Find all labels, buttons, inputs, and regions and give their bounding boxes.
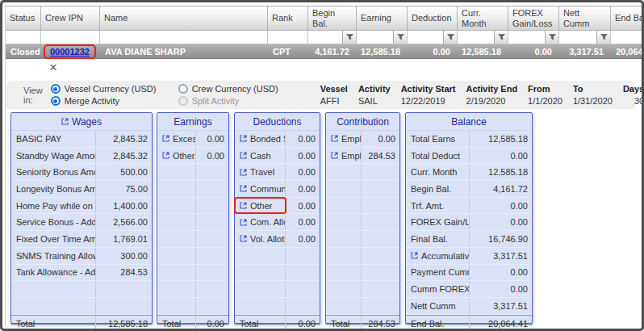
funnel-icon <box>600 34 608 40</box>
radio-merge-activity[interactable]: Merge Activity <box>51 96 178 106</box>
deduction-value: 0.00 <box>286 164 320 180</box>
panel-deductions-title: Deductions <box>235 113 320 131</box>
external-link-icon[interactable] <box>240 235 247 242</box>
balance-row: Total Deduct0.00 <box>406 148 532 165</box>
deduction-value: 0.00 <box>286 181 320 197</box>
info-activity: ActivitySAIL <box>358 84 391 106</box>
balance-row: Payment Cumm0.00 <box>406 265 532 282</box>
col-header-crew-ipn[interactable]: Crew IPN <box>41 6 100 31</box>
earning-value: 0.00 <box>196 131 228 147</box>
filter-funnel-button[interactable] <box>494 31 508 44</box>
filter-funnel-button[interactable] <box>545 31 558 44</box>
deduction-label[interactable]: Bonded Stores <box>235 131 286 147</box>
filter-input-crew-ipn[interactable] <box>41 31 99 44</box>
deduction-row: Cash0.00 <box>235 148 320 165</box>
funnel-icon <box>447 34 454 40</box>
deduction-label[interactable]: Travel <box>235 164 286 180</box>
external-link-icon[interactable] <box>331 152 338 159</box>
filter-input-curr-month[interactable] <box>458 31 494 44</box>
wage-row: Service Bonus - Add2,566.00 <box>11 214 152 231</box>
panel-total-row: Total0.00 <box>157 315 228 331</box>
info-value: 12/22/2019 <box>401 96 456 106</box>
earning-label-text: Excess OT <box>173 134 196 144</box>
external-link-icon[interactable] <box>240 169 247 176</box>
wage-row: Fixed Over Time Amount1,769.01 <box>11 231 152 248</box>
col-header-name[interactable]: Name <box>100 6 268 31</box>
funnel-icon <box>549 34 556 40</box>
filter-cell-curr-month <box>458 31 508 44</box>
external-link-icon[interactable] <box>240 219 247 226</box>
info-from: From1/1/2020 <box>528 84 562 106</box>
wage-value: 1,769.01 <box>96 231 152 247</box>
deduction-label-text: Vol. Allotments <box>250 234 286 244</box>
info-activity-start: Activity Start12/22/2019 <box>401 84 456 106</box>
info-value: AFFI <box>320 96 348 106</box>
external-link-icon[interactable] <box>240 185 247 192</box>
filter-funnel-button[interactable] <box>393 31 407 44</box>
col-header-end-bal[interactable]: End Bal. <box>611 6 642 31</box>
info-label: Activity End <box>466 84 518 94</box>
external-link-icon[interactable] <box>240 202 247 209</box>
deduction-label-text: Cash <box>250 151 271 161</box>
external-link-icon[interactable] <box>240 152 247 159</box>
crew-row-selected[interactable]: Closed 00001232 AVA DIANE SHARP CPT 4,16… <box>6 44 642 59</box>
external-link-icon[interactable] <box>240 135 247 142</box>
filter-input-end-bal[interactable] <box>611 31 642 44</box>
balance-row: Curr. Month12,585.18 <box>406 164 532 181</box>
balance-label[interactable]: Accumulative <box>406 248 470 264</box>
filter-input-name[interactable] <box>100 31 267 44</box>
col-header-deduction[interactable]: Deduction <box>408 6 458 31</box>
filter-input-begin-bal[interactable] <box>308 31 342 44</box>
filter-funnel-button[interactable] <box>342 31 356 44</box>
external-link-icon[interactable] <box>411 252 418 259</box>
deduction-label[interactable]: Cash <box>235 148 286 164</box>
radio-crew-currency[interactable]: Crew Currency (USD) <box>178 84 299 94</box>
balance-label: Curr. Month <box>406 164 470 180</box>
radio-label: Merge Activity <box>65 96 119 106</box>
empty-row <box>326 298 399 315</box>
deduction-row: Travel0.00 <box>235 164 320 181</box>
filter-input-rank[interactable] <box>268 31 307 44</box>
filter-funnel-button[interactable] <box>443 31 457 44</box>
total-label: End Bal. <box>406 316 470 331</box>
filter-input-earning[interactable] <box>357 31 393 44</box>
filter-input-deduction[interactable] <box>408 31 443 44</box>
contribution-label[interactable]: Employee <box>326 131 362 147</box>
radio-selected-icon <box>51 84 61 94</box>
external-link-icon[interactable] <box>331 135 338 142</box>
col-header-forex[interactable]: FOREX Gain/Loss <box>508 6 559 31</box>
external-link-icon[interactable] <box>162 152 169 159</box>
panel-balance: Balance Total Earns12,585.18 Total Deduc… <box>405 112 533 324</box>
balance-row: Cumm FOREX Gain/Loss0.00 <box>406 281 532 298</box>
col-header-curr-month[interactable]: Curr. Month <box>458 6 508 31</box>
panel-total-row-end-bal: End Bal.20,064.41 <box>406 315 532 331</box>
panel-deductions: Deductions Bonded Stores0.00 Cash0.00 Tr… <box>234 112 320 324</box>
balance-value: 16,746.90 <box>470 231 532 247</box>
deduction-label[interactable]: Vol. Allotments <box>235 231 286 247</box>
col-header-earning[interactable]: Earning <box>357 6 408 31</box>
external-link-icon[interactable] <box>162 135 169 142</box>
filter-funnel-button[interactable] <box>596 31 610 44</box>
deduction-label-highlighted[interactable]: Other <box>235 198 286 214</box>
crew-table-header-row: Status Crew IPN Name Rank Begin Bal. Ear… <box>6 6 642 31</box>
wage-value: 300.00 <box>96 248 152 264</box>
earning-label[interactable]: Other <box>157 148 196 164</box>
col-header-status[interactable]: Status <box>6 6 41 31</box>
filter-input-forex[interactable] <box>508 31 545 44</box>
radio-vessel-currency[interactable]: Vessel Currency (USD) <box>51 84 178 94</box>
crew-ipn-link[interactable]: 00001232 <box>46 47 94 57</box>
filter-input-status[interactable] <box>6 31 40 44</box>
external-link-icon[interactable] <box>61 118 69 125</box>
cell-deduction: 0.00 <box>408 44 458 59</box>
wage-row: Seniority Bonus Amount500.00 <box>11 164 152 181</box>
filter-input-nett-cumm[interactable] <box>559 31 596 44</box>
deduction-row: Com. Allotments0.00 <box>235 214 320 231</box>
close-icon[interactable]: × <box>49 61 57 74</box>
col-header-rank[interactable]: Rank <box>268 6 308 31</box>
col-header-begin-bal[interactable]: Begin Bal. <box>308 6 357 31</box>
contribution-label[interactable]: Employer <box>326 148 362 164</box>
col-header-nett-cumm[interactable]: Nett Cumm <box>559 6 611 31</box>
deduction-label[interactable]: Com. Allotments <box>235 214 286 230</box>
earning-label[interactable]: Excess OT <box>157 131 196 147</box>
deduction-label[interactable]: Communication <box>235 181 286 197</box>
